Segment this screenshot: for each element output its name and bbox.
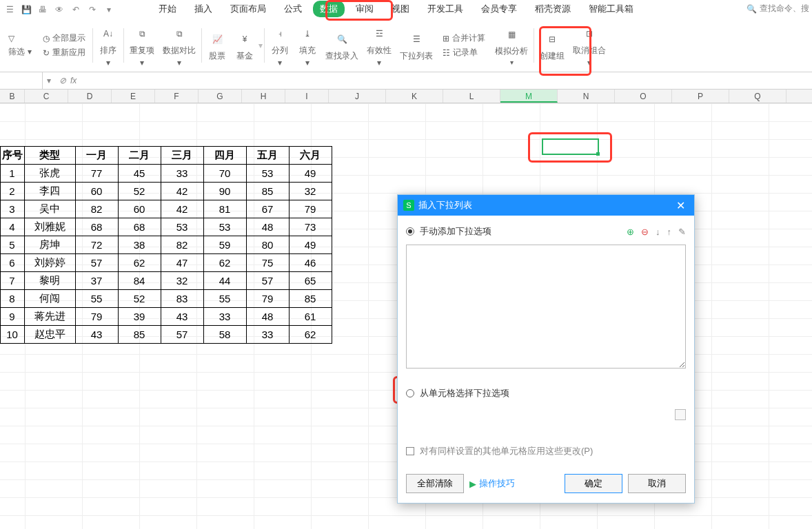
table-cell[interactable]: 32: [161, 271, 204, 290]
table-cell[interactable]: 张虎: [24, 164, 76, 183]
cancel-button[interactable]: 取消: [628, 474, 686, 493]
table-header[interactable]: 二月: [118, 146, 161, 165]
reapply-button[interactable]: ↻重新应用: [41, 46, 87, 59]
table-cell[interactable]: 84: [118, 271, 161, 290]
tab-devtools[interactable]: 开发工具: [420, 1, 470, 17]
table-cell[interactable]: 3: [0, 200, 25, 218]
group-create[interactable]: ⊟创建组: [536, 23, 569, 68]
table-cell[interactable]: 房坤: [24, 236, 76, 254]
dedup-group[interactable]: ⧉重复项▾: [125, 23, 159, 68]
col-O[interactable]: O: [615, 90, 672, 103]
table-cell[interactable]: 1: [0, 164, 25, 183]
fill-handle[interactable]: [596, 152, 600, 156]
findinput-group[interactable]: 🔍查找录入: [321, 23, 363, 68]
table-cell[interactable]: 48: [246, 218, 290, 236]
table-cell[interactable]: 49: [289, 164, 332, 183]
tab-data[interactable]: 数据: [313, 1, 345, 17]
table-cell[interactable]: 90: [203, 182, 247, 200]
table-cell[interactable]: 85: [246, 182, 290, 200]
table-cell[interactable]: 55: [75, 289, 119, 308]
table-header[interactable]: 四月: [203, 146, 247, 165]
table-cell[interactable]: 60: [118, 200, 161, 218]
table-cell[interactable]: 42: [161, 182, 204, 200]
table-cell[interactable]: 8: [0, 289, 25, 308]
table-cell[interactable]: 60: [75, 182, 119, 200]
table-header[interactable]: 三月: [161, 146, 204, 165]
options-textarea[interactable]: [406, 245, 686, 369]
table-cell[interactable]: 82: [161, 236, 204, 254]
filter-label[interactable]: 筛选▾: [7, 45, 33, 59]
tab-start[interactable]: 开始: [152, 1, 183, 17]
fx-icon[interactable]: fx: [70, 76, 77, 85]
radio-fromcells[interactable]: [406, 389, 414, 397]
split-group[interactable]: ⫞分列▾: [266, 23, 294, 68]
tab-docer[interactable]: 稻壳资源: [528, 1, 578, 17]
table-cell[interactable]: 79: [246, 289, 290, 308]
table-cell[interactable]: 吴中: [24, 200, 76, 218]
table-cell[interactable]: 45: [118, 164, 161, 183]
tab-smarttool[interactable]: 智能工具箱: [582, 1, 640, 17]
clear-all-button[interactable]: 全部清除: [406, 474, 464, 493]
filter-button[interactable]: ▽: [7, 33, 16, 44]
col-G[interactable]: G: [199, 90, 242, 103]
table-cell[interactable]: 44: [203, 271, 247, 290]
group-cancel[interactable]: ⊡取消组合▾: [569, 23, 610, 68]
table-cell[interactable]: 刘雅妮: [24, 218, 76, 236]
col-I[interactable]: I: [285, 90, 329, 103]
table-header[interactable]: 一月: [75, 146, 119, 165]
col-B[interactable]: B: [0, 90, 25, 103]
table-header[interactable]: 六月: [289, 146, 332, 165]
table-header[interactable]: 五月: [246, 146, 290, 165]
table-cell[interactable]: 33: [203, 307, 247, 326]
table-cell[interactable]: 32: [289, 182, 332, 200]
tab-pagelayout[interactable]: 页面布局: [223, 1, 273, 17]
active-cell[interactable]: [542, 138, 599, 155]
showall-button[interactable]: ◷全部显示: [41, 32, 87, 45]
col-N[interactable]: N: [558, 90, 615, 103]
cancel-formula-icon[interactable]: ⊘: [59, 76, 66, 85]
table-cell[interactable]: 62: [289, 325, 332, 344]
table-cell[interactable]: 52: [118, 182, 161, 200]
simulate-group[interactable]: ▦模拟分析▾: [491, 23, 532, 68]
table-cell[interactable]: 77: [75, 164, 119, 183]
search-command[interactable]: 🔍 查找命令、搜: [747, 3, 809, 14]
table-cell[interactable]: 82: [75, 200, 119, 218]
table-cell[interactable]: 57: [75, 253, 119, 272]
dialog-close-button[interactable]: ✕: [672, 199, 689, 212]
table-cell[interactable]: 80: [246, 236, 290, 254]
table-header[interactable]: 类型: [24, 146, 76, 165]
col-H[interactable]: H: [242, 90, 285, 103]
table-cell[interactable]: 75: [246, 253, 290, 272]
col-D[interactable]: D: [68, 90, 112, 103]
table-header[interactable]: 序号: [0, 146, 25, 165]
col-K[interactable]: K: [386, 90, 443, 103]
table-cell[interactable]: 53: [203, 218, 247, 236]
table-cell[interactable]: 79: [289, 200, 332, 218]
table-cell[interactable]: 38: [118, 236, 161, 254]
range-picker-icon[interactable]: [675, 409, 686, 420]
table-cell[interactable]: 68: [75, 218, 119, 236]
table-cell[interactable]: 65: [289, 271, 332, 290]
table-cell[interactable]: 57: [246, 271, 290, 290]
table-cell[interactable]: 9: [0, 307, 25, 326]
table-cell[interactable]: 42: [161, 200, 204, 218]
record-button[interactable]: ☷记录单: [441, 46, 479, 59]
col-F[interactable]: F: [155, 90, 199, 103]
table-cell[interactable]: 6: [0, 253, 25, 272]
table-cell[interactable]: 58: [203, 325, 247, 344]
table-cell[interactable]: 何闯: [24, 289, 76, 308]
mergecalc-button[interactable]: ⊞合并计算: [441, 32, 487, 45]
table-cell[interactable]: 46: [289, 253, 332, 272]
table-cell[interactable]: 55: [203, 289, 247, 308]
add-item-icon[interactable]: ⊕: [627, 227, 634, 237]
table-cell[interactable]: 43: [75, 325, 119, 344]
table-cell[interactable]: 85: [118, 325, 161, 344]
table-cell[interactable]: 83: [161, 289, 204, 308]
table-cell[interactable]: 蒋先进: [24, 307, 76, 326]
table-cell[interactable]: 52: [118, 289, 161, 308]
table-cell[interactable]: 61: [289, 307, 332, 326]
tab-member[interactable]: 会员专享: [474, 1, 524, 17]
tab-insert[interactable]: 插入: [187, 1, 219, 17]
table-cell[interactable]: 62: [118, 253, 161, 272]
fill-group[interactable]: ⤓填充▾: [294, 23, 321, 68]
